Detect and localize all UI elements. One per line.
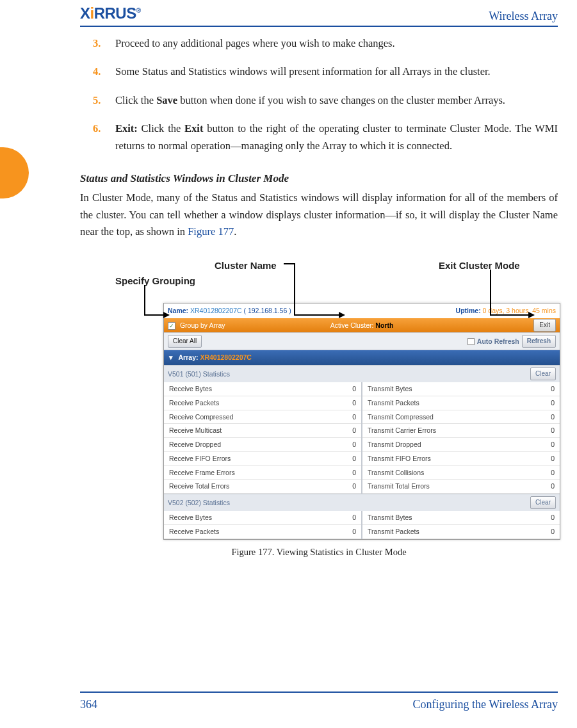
chapter-title: Configuring the Wireless Array — [413, 695, 558, 714]
stat-row: Transmit Bytes0 — [362, 511, 560, 525]
step-list: 3. Proceed to any additional pages where… — [80, 35, 558, 154]
step-number: 6. — [93, 120, 101, 137]
stat-key: Receive FIFO Errors — [169, 453, 231, 464]
arrow-line — [490, 270, 491, 316]
stats-col-left: Receive Bytes0Receive Packets0 — [164, 511, 361, 539]
step-4: 4. Some Status and Statistics windows wi… — [80, 63, 558, 80]
collapse-icon[interactable]: ▾ — [169, 353, 173, 361]
callout-specify-grouping: Specify Grouping — [115, 273, 195, 289]
text-bold: Save — [156, 94, 177, 106]
stat-value: 0 — [352, 384, 356, 394]
array-value: XR4012802207C — [200, 353, 252, 361]
stat-key: Transmit Bytes — [368, 512, 412, 523]
stats-grid-1: Receive Bytes0Receive Packets0Receive Co… — [164, 382, 560, 494]
step-text: Click the Save button when done if you w… — [115, 94, 505, 106]
exit-button[interactable]: Exit — [533, 319, 556, 332]
stat-value: 0 — [551, 398, 555, 408]
checkbox-icon[interactable] — [467, 338, 475, 345]
uptime-value: 0 days, 3 hours, 45 mins — [483, 307, 556, 314]
stat-value: 0 — [551, 526, 555, 537]
section-title: V502 (502) Statistics — [168, 497, 230, 508]
stat-row: Transmit Packets0 — [362, 525, 560, 539]
stats-col-left: Receive Bytes0Receive Packets0Receive Co… — [164, 382, 361, 494]
stat-row: Transmit FIFO Errors0 — [362, 452, 560, 466]
step-6: 6. Exit: Click the Exit button to the ri… — [80, 120, 558, 154]
stat-key: Receive Dropped — [169, 439, 221, 450]
stat-key: Transmit Carrier Errors — [368, 425, 436, 436]
stat-key: Transmit Packets — [368, 526, 419, 537]
checkbox-checked-icon[interactable]: ✓ — [168, 322, 175, 330]
stat-row: Transmit Total Errors0 — [362, 480, 560, 494]
page-header: XiRRUS® Wireless Array — [80, 6, 558, 27]
active-cluster-value: North — [375, 321, 393, 329]
text-bold: Exit: — [115, 122, 138, 134]
thumb-tab — [0, 147, 29, 198]
name-label: Name: — [168, 307, 188, 314]
stat-key: Receive Compressed — [169, 412, 233, 423]
group-by-label: Group by Array — [180, 321, 225, 329]
auto-refresh-label[interactable]: Auto Refresh — [477, 336, 519, 347]
toolbar: Clear All Auto Refresh Refresh — [164, 332, 560, 350]
stat-value: 0 — [551, 425, 555, 436]
refresh-controls: Auto Refresh Refresh — [467, 335, 556, 348]
name-field: Name: XR4012802207C ( 192.168.1.56 ) — [168, 305, 291, 316]
active-cluster: Active Cluster: North — [330, 320, 394, 331]
page-footer: 364 Configuring the Wireless Array — [80, 692, 558, 714]
text-suffix: button when done if you wish to save cha… — [177, 94, 505, 106]
arrowhead-icon — [528, 312, 535, 318]
arrow-line — [284, 263, 294, 264]
stat-key: Receive Frame Errors — [169, 467, 235, 478]
clear-button[interactable]: Clear — [530, 496, 556, 509]
step-text: Proceed to any additional pages where yo… — [115, 37, 395, 49]
stat-value: 0 — [551, 384, 555, 394]
text-bold: Exit — [184, 122, 203, 134]
arrow-line — [144, 314, 163, 316]
arrowhead-icon — [163, 312, 170, 318]
paragraph: In Cluster Mode, many of the Status and … — [80, 190, 558, 240]
stat-key: Receive Total Errors — [169, 481, 229, 492]
stat-value: 0 — [352, 526, 356, 537]
brand-logo: XiRRUS® — [80, 1, 141, 26]
arrow-line — [294, 263, 295, 316]
stat-value: 0 — [352, 398, 356, 408]
stat-value: 0 — [352, 425, 356, 436]
group-by-array[interactable]: ✓ Group by Array — [168, 320, 225, 331]
array-label: Array: — [179, 353, 199, 361]
para-text: . — [234, 225, 236, 238]
figure-link[interactable]: Figure 177 — [188, 225, 234, 238]
name-value: XR4012802207C — [190, 307, 242, 314]
stat-row: Receive Packets0 — [164, 396, 361, 410]
para-text: In Cluster Mode, many of the Status and … — [80, 191, 558, 238]
page-number: 364 — [80, 695, 97, 714]
stat-key: Receive Multicast — [169, 425, 222, 436]
clear-button[interactable]: Clear — [530, 368, 556, 380]
arrow-line — [490, 314, 528, 316]
name-ip: ( 192.168.1.56 ) — [244, 307, 291, 314]
clear-all-button[interactable]: Clear All — [168, 335, 202, 348]
figure-area: Cluster Name Exit Cluster Mode Specify G… — [80, 258, 558, 560]
stat-value: 0 — [551, 512, 555, 523]
subheading: Status and Statistics Windows in Cluster… — [80, 170, 558, 187]
stats-col-right: Transmit Bytes0Transmit Packets0Transmit… — [361, 382, 560, 494]
stat-value: 0 — [352, 512, 356, 523]
stat-key: Transmit Packets — [368, 398, 419, 408]
stat-key: Receive Packets — [169, 526, 219, 537]
stat-value: 0 — [551, 481, 555, 492]
stat-key: Transmit Bytes — [368, 384, 412, 394]
screenshot-ui: Name: XR4012802207C ( 192.168.1.56 ) Upt… — [163, 303, 560, 540]
stat-row: Receive Packets0 — [164, 525, 361, 539]
stat-row: Receive Frame Errors0 — [164, 466, 361, 480]
stat-value: 0 — [551, 467, 555, 478]
step-5: 5. Click the Save button when done if yo… — [80, 92, 558, 109]
stats-grid-2: Receive Bytes0Receive Packets0 Transmit … — [164, 511, 560, 539]
arrow-line — [144, 285, 145, 316]
step-number: 5. — [93, 92, 101, 109]
ui-titlebar: Name: XR4012802207C ( 192.168.1.56 ) Upt… — [164, 303, 560, 318]
refresh-button[interactable]: Refresh — [522, 335, 556, 348]
stat-row: Receive Bytes0 — [164, 382, 361, 396]
cluster-bar: ✓ Group by Array Active Cluster: North E… — [164, 318, 560, 332]
arrowhead-icon — [339, 312, 345, 318]
stat-key: Transmit Compressed — [368, 412, 434, 423]
step-text: Exit: Click the Exit button to the right… — [115, 122, 558, 151]
callouts: Cluster Name Exit Cluster Mode Specify G… — [80, 258, 558, 303]
